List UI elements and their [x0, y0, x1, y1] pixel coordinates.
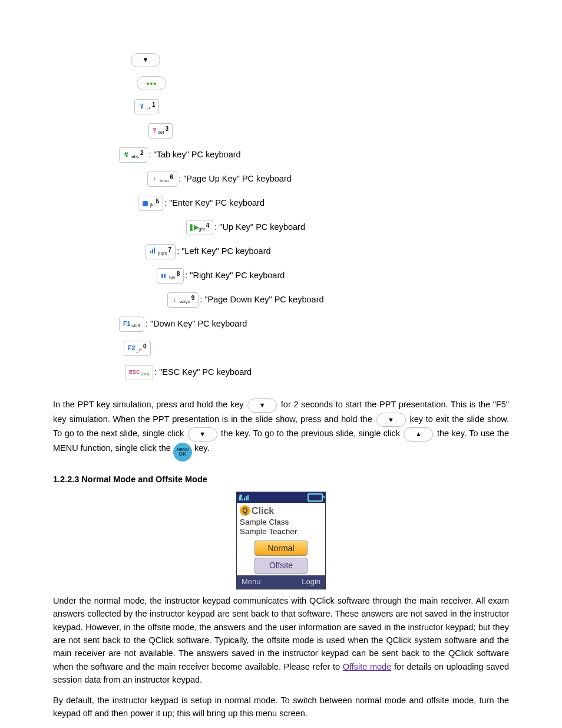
- play-icon: ❚▶: [190, 225, 197, 231]
- key-5-enter: jkl 5: [138, 196, 163, 211]
- key-4-up: ❚▶ ghi 4: [186, 220, 213, 235]
- up-oval-icon: ▲: [404, 427, 433, 442]
- menu-ok-icon: MENU OK: [173, 443, 192, 462]
- key-6-pageup: ↑ mno 6: [147, 172, 177, 187]
- key-esc: ESC 2=a: [125, 365, 153, 380]
- desc-text: : "Page Down Key" PC keyboard: [200, 294, 323, 306]
- normal-offsite-paragraph: Under the normal mode, the instructor ke…: [53, 594, 509, 687]
- desc-text: : "Up Key" PC keyboard: [214, 221, 305, 233]
- desc-text: : "Page Up Key" PC keyboard: [178, 173, 292, 185]
- key-pageup-row: ↑ mno 6 : "Page Up Key" PC keyboard: [146, 172, 509, 187]
- key-row: [135, 76, 509, 90]
- key-8-right: tuv 8: [157, 268, 184, 284]
- key-tab-row: ↯ abc 2 : "Tab key" PC keyboard: [118, 147, 509, 163]
- desc-text: : "Down Key" PC keyboard: [146, 318, 247, 330]
- key-esc-row: ESC 2=a : "ESC Key" PC keyboard: [124, 365, 509, 380]
- key-2-tab: ↯ abc 2: [119, 147, 147, 163]
- key-right-row: tuv 8 : "Right Key" PC keyboard: [156, 268, 509, 284]
- key-f1-down: F1 shift: [119, 317, 144, 332]
- key-1: ⇪ .+ 1: [134, 99, 159, 114]
- logo-row: Q Click: [237, 503, 325, 518]
- default-mode-paragraph: By default, the instructor keypad is set…: [53, 694, 509, 720]
- section-heading: 1.2.2.3 Normal Mode and Offsite Mode: [53, 473, 509, 486]
- key-row: ▼: [130, 53, 509, 67]
- softkey-login[interactable]: Login: [302, 577, 320, 588]
- signal-icon: [239, 495, 249, 500]
- device-screenshot: Q Click Sample Class Sample Teacher Norm…: [236, 492, 326, 589]
- offsite-button[interactable]: Offsite: [254, 558, 308, 573]
- down-oval-icon: ▼: [188, 427, 217, 442]
- down-oval-icon: ▼: [376, 413, 406, 427]
- document-page: ▼ ⇪ .+ 1 ? def 3 ↯ abc 2 : "Tab key" PC …: [0, 0, 562, 728]
- tab-arrow-icon: ↯: [123, 152, 130, 159]
- key-enter-row: jkl 5 : "Enter Key" PC keyboard: [137, 196, 509, 211]
- key-9-pagedown: ↓ wxyz 9: [167, 292, 199, 308]
- class-name: Sample Class: [240, 518, 322, 527]
- qclick-logo-icon: Q: [240, 505, 250, 516]
- teacher-name: Sample Teacher: [240, 527, 322, 536]
- key-7-left: pqrs 7: [146, 244, 176, 259]
- key-f2-row: F2 _/* 0: [123, 341, 509, 356]
- key-row: ? def 3: [147, 123, 509, 139]
- key-left-row: pqrs 7 : "Left Key" PC keyboard: [144, 244, 509, 259]
- class-info: Sample Class Sample Teacher: [237, 518, 325, 539]
- key-f2: F2 _/* 0: [124, 341, 151, 356]
- softkey-menu[interactable]: Menu: [242, 577, 261, 588]
- battery-icon: [308, 493, 323, 502]
- offsite-mode-link[interactable]: Offsite mode: [343, 662, 392, 671]
- desc-text: : "Right Key" PC keyboard: [185, 269, 285, 282]
- key-down-row: F1 shift : "Down Key" PC keyboard: [118, 317, 509, 332]
- up-arrow-icon: ↑: [151, 176, 158, 183]
- key-up-row: ❚▶ ghi 4 : "Up Key" PC keyboard: [185, 220, 509, 235]
- logo-text: Click: [252, 504, 274, 518]
- key-row: ⇪ .+ 1: [133, 99, 509, 114]
- status-bar: [237, 492, 325, 503]
- dots-icon: [137, 76, 166, 90]
- desc-text: : "Tab key" PC keyboard: [148, 149, 240, 161]
- grid-icon: [161, 273, 167, 279]
- square-icon: [142, 200, 148, 207]
- down-oval-icon: ▼: [247, 398, 277, 413]
- bars-icon: [150, 249, 156, 255]
- key-3: ? def 3: [148, 123, 173, 139]
- key-pagedown-row: ↓ wxyz 9 : "Page Down Key" PC keyboard: [166, 292, 509, 308]
- desc-text: : "Enter Key" PC keyboard: [164, 197, 265, 209]
- softkey-bar: Menu Login: [237, 575, 325, 589]
- ppt-paragraph: In the PPT key simulation, press and hol…: [53, 398, 509, 462]
- normal-button[interactable]: Normal: [254, 541, 308, 556]
- desc-text: : "ESC Key" PC keyboard: [154, 366, 252, 378]
- down-arrow-icon: ↓: [171, 297, 178, 304]
- desc-text: : "Left Key" PC keyboard: [177, 245, 270, 258]
- down-oval-icon: ▼: [131, 53, 160, 67]
